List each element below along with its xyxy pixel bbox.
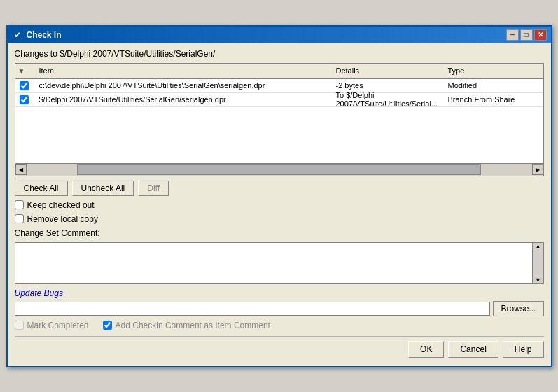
scroll-up-button[interactable]: ▲ (535, 243, 541, 250)
table-header: ▼ Item Details Type (15, 64, 543, 79)
scroll-left-button[interactable]: ◀ (15, 164, 27, 175)
bug-input[interactable] (15, 302, 491, 316)
add-checkin-comment-label: Add Checkin Comment as Item Comment (116, 321, 270, 330)
keep-checked-out-row: Keep checked out (15, 200, 544, 210)
check-all-button[interactable]: Check All (15, 181, 68, 196)
th-type: Type (445, 64, 543, 78)
th-item: Item (36, 64, 333, 78)
cancel-button[interactable]: Cancel (448, 341, 498, 358)
table-row: $/Delphi 2007/VTSuite/Utilities/SerialGe… (15, 93, 543, 107)
window-title: Check In (27, 30, 62, 40)
title-bar-left: ✔ Check In (12, 29, 62, 41)
comment-textarea[interactable] (15, 242, 533, 284)
check-button-row: Check All Uncheck All Diff (15, 181, 544, 196)
row1-type: Modified (445, 81, 543, 90)
path-label: Changes to $/Delphi 2007/VTSuite/Utiliti… (15, 49, 544, 59)
help-button[interactable]: Help (503, 341, 544, 358)
row1-checkbox[interactable] (20, 81, 29, 90)
row2-checkbox[interactable] (20, 95, 29, 104)
check-in-window: ✔ Check In ─ □ ✕ Changes to $/Delphi 200… (6, 25, 552, 368)
update-bugs-section: Update Bugs Browse... (15, 288, 544, 316)
close-button[interactable]: ✕ (534, 29, 547, 41)
mark-row: Mark Completed Add Checkin Comment as It… (15, 321, 544, 330)
filter-icon: ▼ (18, 67, 25, 75)
table-row: c:\dev\delphi\Delphi 2007\VTSuite\Utilit… (15, 79, 543, 93)
title-bar-buttons: ─ □ ✕ (506, 29, 547, 41)
scroll-track[interactable] (27, 164, 532, 175)
maximize-button[interactable]: □ (520, 29, 533, 41)
comment-area-wrapper: ▲ ▼ (15, 242, 544, 284)
row2-type: Branch From Share (445, 95, 543, 104)
th-details: Details (333, 64, 445, 78)
diff-button[interactable]: Diff (138, 181, 169, 196)
remove-local-copy-checkbox[interactable] (15, 214, 24, 223)
update-bugs-label: Update Bugs (15, 288, 544, 298)
comment-scrollbar[interactable]: ▲ ▼ (533, 242, 544, 284)
file-table: ▼ Item Details Type c:\dev\delphi\Delphi… (15, 63, 544, 176)
keep-checked-out-checkbox[interactable] (15, 200, 24, 209)
browse-button[interactable]: Browse... (493, 301, 543, 316)
row2-item: $/Delphi 2007/VTSuite/Utilities/SerialGe… (36, 95, 333, 104)
row2-details: To $/Delphi 2007/VTSuite/Utilities/Seria… (333, 91, 445, 108)
add-checkin-comment-row: Add Checkin Comment as Item Comment (103, 321, 270, 330)
horizontal-scrollbar[interactable]: ◀ ▶ (15, 163, 543, 176)
change-set-comment-label: Change Set Comment: (15, 228, 544, 238)
uncheck-all-button[interactable]: Uncheck All (72, 181, 134, 196)
keep-checked-out-label: Keep checked out (27, 200, 95, 210)
ok-button[interactable]: OK (408, 341, 444, 358)
add-checkin-comment-checkbox[interactable] (103, 321, 112, 330)
browse-row: Browse... (15, 301, 544, 316)
title-bar: ✔ Check In ─ □ ✕ (8, 27, 551, 43)
scroll-right-button[interactable]: ▶ (532, 164, 543, 175)
bottom-button-row: OK Cancel Help (15, 336, 544, 360)
minimize-button[interactable]: ─ (506, 29, 519, 41)
window-icon: ✔ (12, 29, 23, 41)
window-content: Changes to $/Delphi 2007/VTSuite/Utiliti… (8, 43, 551, 366)
scroll-down-button[interactable]: ▼ (535, 276, 541, 284)
row1-check[interactable] (15, 81, 36, 90)
th-check: ▼ (15, 64, 36, 78)
row1-item: c:\dev\delphi\Delphi 2007\VTSuite\Utilit… (36, 81, 333, 90)
scroll-thumb[interactable] (77, 164, 482, 175)
row2-check[interactable] (15, 95, 36, 104)
mark-completed-checkbox[interactable] (15, 321, 24, 330)
table-body: c:\dev\delphi\Delphi 2007\VTSuite\Utilit… (15, 79, 543, 163)
remove-local-copy-label: Remove local copy (27, 214, 98, 224)
remove-local-copy-row: Remove local copy (15, 214, 544, 224)
row1-details: -2 bytes (333, 81, 445, 90)
mark-completed-row: Mark Completed (15, 321, 89, 330)
mark-completed-label: Mark Completed (27, 321, 89, 330)
